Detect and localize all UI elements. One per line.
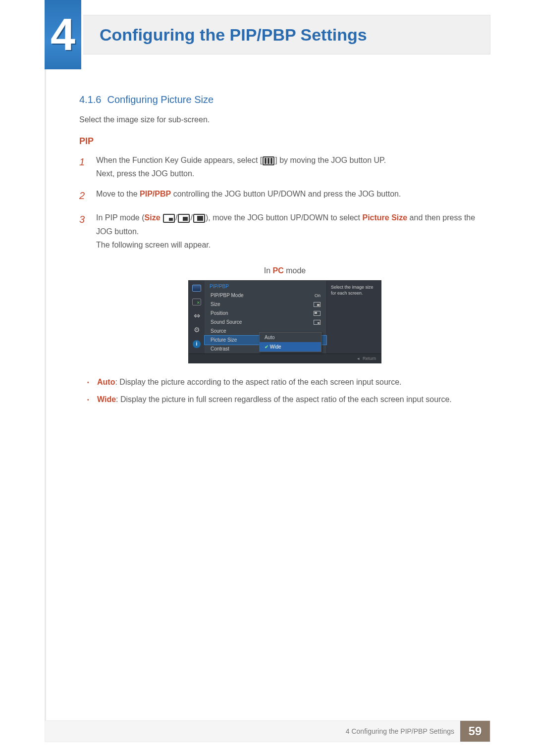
pip-pbp-label: PIP/PBP xyxy=(140,190,171,198)
options-list: Auto: Display the picture according to t… xyxy=(79,375,490,406)
osd-item-label: Sound Source xyxy=(211,319,242,325)
section-intro: Select the image size for sub-screen. xyxy=(79,115,490,124)
osd-item-label: Picture Size xyxy=(211,337,237,343)
step-number: 3 xyxy=(79,211,96,252)
option-wide: Wide: Display the picture in full screen… xyxy=(97,393,490,406)
osd-screenshot: ⇔ ⚙ i PIP/PBP PIP/PBP ModeOn Size Positi… xyxy=(188,280,381,363)
pc-label: PC xyxy=(273,266,284,275)
pip-subhead: PIP xyxy=(79,136,490,147)
step-text: The following screen will appear. xyxy=(96,241,211,249)
osd-category: PIP/PBP xyxy=(205,281,326,291)
option-auto: Auto: Display the picture according to t… xyxy=(97,375,490,389)
dropdown-option-wide: Wide xyxy=(260,342,321,352)
dropdown-option-auto: Auto xyxy=(260,333,321,342)
mode-caption: In PC mode xyxy=(79,266,490,275)
step-1: 1 When the Function Key Guide appears, s… xyxy=(79,153,490,180)
back-arrow-icon: ◂ xyxy=(357,356,360,361)
option-term: Wide xyxy=(97,395,116,403)
menu-icon xyxy=(263,156,274,165)
step-number: 2 xyxy=(79,187,96,204)
section-heading: 4.1.6Configuring Picture Size xyxy=(79,94,490,105)
osd-item-label: Source xyxy=(211,328,226,334)
option-desc: : Display the picture in full screen reg… xyxy=(116,395,452,403)
step-text: Next, press the JOG button. xyxy=(96,169,194,178)
osd-item-label: PIP/PBP Mode xyxy=(211,293,244,298)
chapter-badge: 4 xyxy=(45,0,83,69)
resize-icon: ⇔ xyxy=(192,312,201,319)
step-text: Move to the xyxy=(96,190,140,198)
page-title: Configuring the PIP/PBP Settings xyxy=(100,25,367,45)
page-number: 59 xyxy=(460,721,490,742)
osd-sidebar: ⇔ ⚙ i xyxy=(189,281,205,353)
osd-item-label: Position xyxy=(211,310,228,316)
step-text: In PIP mode ( xyxy=(96,213,145,222)
steps-list: 1 When the Function Key Guide appears, s… xyxy=(79,153,490,252)
caption-text: In xyxy=(264,266,273,275)
step-3: 3 In PIP mode (Size //), move the JOG bu… xyxy=(79,211,490,252)
step-text: ] by moving the JOG button UP. xyxy=(275,156,386,164)
osd-footer: ◂ Return xyxy=(189,353,381,363)
option-desc: : Display the picture according to the a… xyxy=(115,378,401,386)
osd-menu: PIP/PBP PIP/PBP ModeOn Size Position Sou… xyxy=(205,281,326,353)
picture-icon xyxy=(192,299,201,305)
content-area: 4.1.6Configuring Picture Size Select the… xyxy=(79,94,490,410)
pip-medium-icon xyxy=(178,214,190,223)
monitor-icon xyxy=(192,285,201,292)
option-term: Auto xyxy=(97,378,115,386)
osd-row-sound: Sound Source xyxy=(205,318,326,327)
page-footer: 4 Configuring the PIP/PBP Settings 59 xyxy=(45,720,490,742)
return-label: Return xyxy=(363,356,376,361)
step-text: controlling the JOG button UP/DOWN and p… xyxy=(171,190,401,198)
pip-position-icon xyxy=(314,311,321,316)
osd-item-label: Contrast xyxy=(211,346,229,352)
step-2: 2 Move to the PIP/PBP controlling the JO… xyxy=(79,187,490,204)
step-number: 1 xyxy=(79,153,96,180)
size-label: Size xyxy=(145,213,160,222)
pip-small-icon xyxy=(163,214,175,223)
caption-text: mode xyxy=(284,266,306,275)
section-title: Configuring Picture Size xyxy=(107,94,214,105)
chapter-number: 4 xyxy=(51,9,75,60)
osd-item-value: On xyxy=(315,293,321,298)
footer-chapter-text: 4 Configuring the PIP/PBP Settings xyxy=(346,727,454,735)
picture-size-label: Picture Size xyxy=(362,213,407,222)
sound-source-icon xyxy=(314,320,321,325)
osd-row-position: Position xyxy=(205,309,326,318)
osd-row-size: Size xyxy=(205,300,326,309)
osd-dropdown: Auto Wide xyxy=(259,332,321,352)
pip-size-icon xyxy=(314,302,321,307)
chapter-header-bar: Configuring the PIP/PBP Settings xyxy=(45,15,490,54)
gear-icon: ⚙ xyxy=(192,326,201,333)
step-text: When the Function Key Guide appears, sel… xyxy=(96,156,262,164)
left-rail xyxy=(45,69,46,720)
step-text: ), move the JOG button UP/DOWN to select xyxy=(206,213,363,222)
pip-large-icon xyxy=(193,214,205,223)
info-icon: i xyxy=(193,340,201,348)
osd-row-mode: PIP/PBP ModeOn xyxy=(205,291,326,300)
osd-item-label: Size xyxy=(211,302,220,307)
osd-description: Select the image size for each screen. xyxy=(326,281,381,353)
section-number: 4.1.6 xyxy=(79,94,101,105)
